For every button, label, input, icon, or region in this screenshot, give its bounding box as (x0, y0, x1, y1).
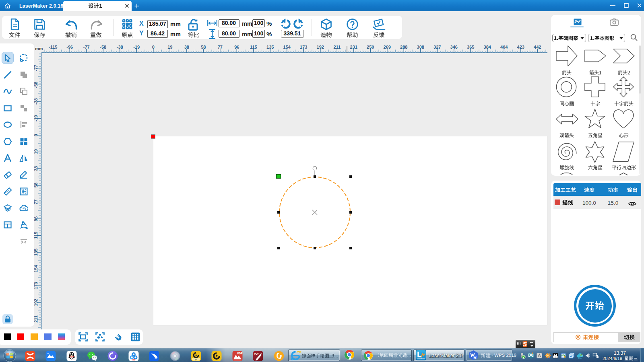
svg-text:LaserMaker: LaserMaker (417, 358, 425, 360)
svg-text:PDF: PDF (254, 352, 259, 355)
svg-text:PDF: PDF (237, 352, 242, 355)
svg-text:64: 64 (195, 358, 197, 361)
